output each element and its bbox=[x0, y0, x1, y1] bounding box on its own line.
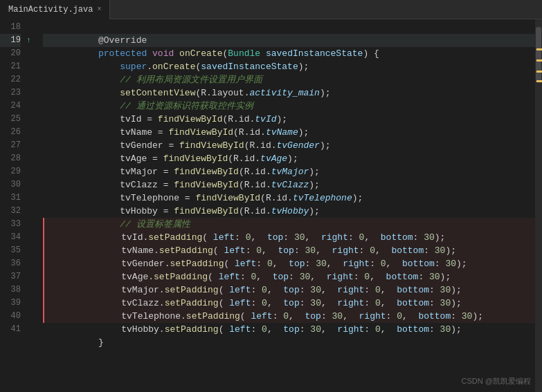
tab-bar: MainActivity.java × bbox=[0, 0, 542, 19]
scrollbar-mark-2 bbox=[536, 59, 542, 62]
editor-container: 18 19 20 21 22 23 24 25 26 27 28 29 30 3… bbox=[0, 19, 542, 392]
tab-label: MainActivity.java bbox=[8, 5, 93, 15]
scrollbar-right[interactable] bbox=[535, 19, 542, 392]
tab-mainactivity[interactable]: MainActivity.java × bbox=[0, 0, 110, 19]
scrollbar-mark-4 bbox=[536, 80, 542, 82]
scrollbar-mark-3 bbox=[536, 71, 542, 73]
code-line-18: @Override bbox=[43, 21, 535, 34]
code-area[interactable]: @Override protected void onCreate(Bundle… bbox=[40, 19, 535, 392]
watermark: CSDN @凯凯爱编程 bbox=[462, 376, 531, 386]
scrollbar-thumb[interactable] bbox=[536, 27, 541, 82]
scrollbar-mark-1 bbox=[536, 48, 542, 50]
tab-close-icon[interactable]: × bbox=[97, 6, 101, 13]
gutter: ↑ bbox=[26, 19, 40, 392]
line-numbers: 18 19 20 21 22 23 24 25 26 27 28 29 30 3… bbox=[0, 19, 26, 392]
